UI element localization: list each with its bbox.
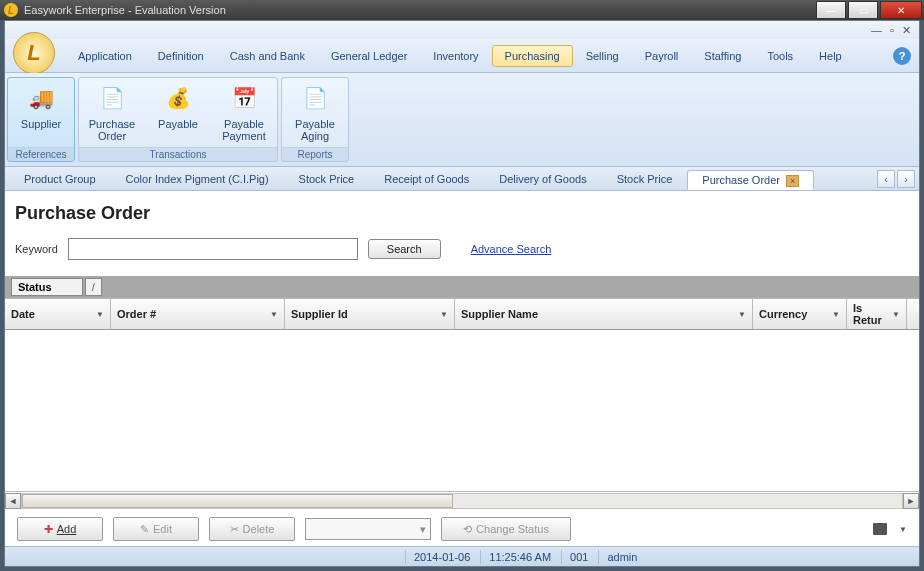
menu-cash-and-bank[interactable]: Cash and Bank (217, 45, 318, 67)
menu-payroll[interactable]: Payroll (632, 45, 692, 67)
ribbon-purchase-order[interactable]: 📄PurchaseOrder (79, 78, 145, 147)
payable-icon: 📄 (299, 82, 331, 114)
ribbon-btn-label: PurchaseOrder (89, 118, 135, 142)
menubar: L ApplicationDefinitionCash and BankGene… (5, 39, 919, 73)
ribbon-btn-label: PayablePayment (222, 118, 265, 142)
tab-purchase-order[interactable]: Purchase Order× (687, 170, 814, 190)
column-supplier-name[interactable]: Supplier Name▼ (455, 299, 753, 329)
menu-help[interactable]: Help (806, 45, 855, 67)
group-by-bar: Status / (5, 276, 919, 298)
keyword-label: Keyword (15, 243, 58, 255)
keyword-input[interactable] (68, 238, 358, 260)
ribbon-payable[interactable]: 💰Payable (145, 78, 211, 147)
column-order-[interactable]: Order #▼ (111, 299, 285, 329)
horizontal-scrollbar[interactable]: ◄ ► (5, 492, 919, 510)
grid-header: Date▼Order #▼Supplier Id▼Supplier Name▼C… (5, 298, 919, 330)
ribbon-payable-payment[interactable]: 📅PayablePayment (211, 78, 277, 147)
payable-icon: 💰 (162, 82, 194, 114)
column-currency[interactable]: Currency▼ (753, 299, 847, 329)
minimize-button[interactable]: — (816, 1, 846, 19)
menu-application[interactable]: Application (65, 45, 145, 67)
save-layout-dropdown-icon[interactable]: ▼ (899, 525, 907, 534)
menu-staffing[interactable]: Staffing (691, 45, 754, 67)
edit-button[interactable]: ✎Edit (113, 517, 199, 541)
ribbon-group-label: References (8, 147, 74, 161)
scroll-right-icon[interactable]: ► (903, 493, 919, 509)
menu-general-ledger[interactable]: General Ledger (318, 45, 420, 67)
search-button[interactable]: Search (368, 239, 441, 259)
menu-selling[interactable]: Selling (573, 45, 632, 67)
column-filter-icon[interactable]: ▼ (892, 310, 900, 319)
grid-body[interactable] (5, 330, 919, 492)
content-area: Purchase Order Keyword Search Advance Se… (5, 191, 919, 546)
window-title: Easywork Enterprise - Evaluation Version (24, 4, 816, 16)
ribbon-btn-label: Supplier (21, 118, 61, 130)
mdi-restore-icon[interactable]: ▫ (890, 24, 894, 36)
scroll-thumb[interactable] (22, 494, 453, 508)
mdi-minimize-icon[interactable]: — (871, 24, 882, 36)
column-date[interactable]: Date▼ (5, 299, 111, 329)
payable-icon: 📅 (228, 82, 260, 114)
purchase-icon: 📄 (96, 82, 128, 114)
tab-close-icon[interactable]: × (786, 175, 799, 187)
status-combo[interactable]: ▾ (305, 518, 431, 540)
ribbon-group-label: Reports (282, 147, 348, 161)
tab-receipt-of-goods[interactable]: Receipt of Goods (369, 169, 484, 189)
column-filter-icon[interactable]: ▼ (270, 310, 278, 319)
column-filter-icon[interactable]: ▼ (738, 310, 746, 319)
tab-stock-price[interactable]: Stock Price (602, 169, 688, 189)
menu-tools[interactable]: Tools (754, 45, 806, 67)
action-toolbar: ✚Add ✎Edit ✂Delete ▾ ⟲Change Status ▼ (15, 512, 915, 546)
ribbon-btn-label: PayableAging (295, 118, 335, 142)
supplier-icon: 🚚 (25, 82, 57, 114)
tab-color-index-pigment-c-i-pig-[interactable]: Color Index Pigment (C.I.Pig) (111, 169, 284, 189)
menu-inventory[interactable]: Inventory (420, 45, 491, 67)
column-supplier-id[interactable]: Supplier Id▼ (285, 299, 455, 329)
column-filter-icon[interactable]: ▼ (96, 310, 104, 319)
menu-purchasing[interactable]: Purchasing (492, 45, 573, 67)
close-button[interactable]: ✕ (880, 1, 922, 19)
delete-button[interactable]: ✂Delete (209, 517, 295, 541)
column-filter-icon[interactable]: ▼ (440, 310, 448, 319)
ribbon-payable-aging[interactable]: 📄PayableAging (282, 78, 348, 147)
tab-delivery-of-goods[interactable]: Delivery of Goods (484, 169, 601, 189)
mdi-close-icon[interactable]: ✕ (902, 24, 911, 37)
help-icon[interactable]: ? (893, 47, 911, 65)
app-icon: L (4, 3, 18, 17)
status-time: 11:25:46 AM (480, 550, 559, 564)
column-filter-icon[interactable]: ▼ (832, 310, 840, 319)
tab-product-group[interactable]: Product Group (9, 169, 111, 189)
ribbon-group-transactions: 📄PurchaseOrder💰Payable📅PayablePaymentTra… (78, 77, 278, 162)
statusbar: 2014-01-06 11:25:46 AM 001 admin (5, 546, 919, 566)
scroll-left-icon[interactable]: ◄ (5, 493, 21, 509)
menu-definition[interactable]: Definition (145, 45, 217, 67)
tab-nav-right[interactable]: › (897, 170, 915, 188)
logo[interactable]: L (13, 32, 55, 74)
titlebar: L Easywork Enterprise - Evaluation Versi… (0, 0, 924, 20)
add-button[interactable]: ✚Add (17, 517, 103, 541)
tab-stock-price[interactable]: Stock Price (284, 169, 370, 189)
ribbon-group-label: Transactions (79, 147, 277, 161)
group-by-status[interactable]: Status (11, 278, 83, 296)
column-is-retur[interactable]: Is Retur▼ (847, 299, 907, 329)
tab-nav-left[interactable]: ‹ (877, 170, 895, 188)
ribbon-supplier[interactable]: 🚚Supplier (8, 78, 74, 147)
status-user: admin (598, 550, 645, 564)
status-id: 001 (561, 550, 596, 564)
save-layout-icon[interactable] (873, 523, 887, 535)
document-tabs: Product GroupColor Index Pigment (C.I.Pi… (5, 167, 919, 191)
maximize-button[interactable]: ▭ (848, 1, 878, 19)
advance-search-link[interactable]: Advance Search (471, 243, 552, 255)
change-status-button[interactable]: ⟲Change Status (441, 517, 571, 541)
mdi-controls: — ▫ ✕ (5, 21, 919, 39)
ribbon-group-references: 🚚SupplierReferences (7, 77, 75, 162)
ribbon-btn-label: Payable (158, 118, 198, 130)
scroll-track[interactable] (21, 493, 903, 509)
status-date: 2014-01-06 (405, 550, 478, 564)
group-by-divider: / (85, 278, 102, 296)
ribbon-group-reports: 📄PayableAgingReports (281, 77, 349, 162)
page-title: Purchase Order (15, 203, 915, 224)
ribbon: 🚚SupplierReferences📄PurchaseOrder💰Payabl… (5, 73, 919, 167)
